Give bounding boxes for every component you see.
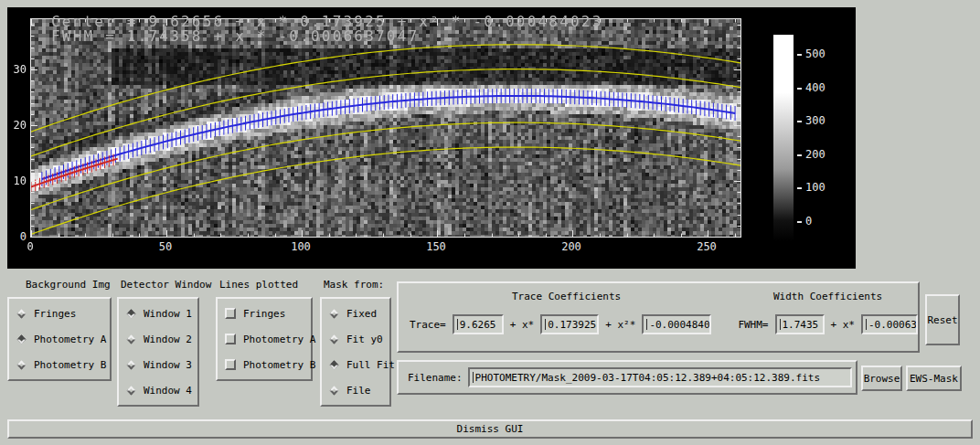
ews-mask-button-label: EWS-Mask bbox=[910, 373, 958, 385]
mask-from-group: Mask from: Fixed Fit y0 Full Fit File bbox=[320, 279, 391, 407]
x-tick-label: 0 bbox=[14, 240, 47, 253]
fwhm-c1-field[interactable]: -0.00063 bbox=[861, 314, 918, 334]
filename-field[interactable]: PHOTOMETRY/Mask_2009-03-17T04:05:12.389+… bbox=[468, 367, 852, 387]
radio-window-2[interactable]: Window 2 bbox=[119, 326, 197, 352]
plus-x-label: + x* bbox=[831, 319, 856, 331]
filename-panel: Filename: PHOTOMETRY/Mask_2009-03-17T04:… bbox=[397, 360, 858, 395]
radio-icon bbox=[127, 360, 136, 369]
radio-mask-file[interactable]: File bbox=[322, 377, 389, 403]
filename-value: PHOTOMETRY/Mask_2009-03-17T04:05:12.389+… bbox=[475, 372, 821, 384]
radio-window-3[interactable]: Window 3 bbox=[119, 352, 197, 377]
x-tick-label: 200 bbox=[555, 240, 588, 253]
trace-coefficients-header: Trace Coefficients bbox=[512, 291, 621, 302]
checkbox-label: Photometry B bbox=[243, 359, 315, 371]
x-tick-label: 50 bbox=[149, 240, 182, 253]
background-img-group: Background Img Fringes Photometry A Phot… bbox=[7, 279, 112, 381]
y-tick-label: 20 bbox=[8, 119, 27, 132]
plot-title-fwhm-equation: FWHM = 1.74358 + x * -0.0006637047 bbox=[51, 27, 419, 45]
spectrum-plot-area: Center = 9.62656 + x * 0.173925 + x² * -… bbox=[7, 7, 856, 269]
radio-label: Fixed bbox=[346, 308, 377, 320]
x-tick-label: 250 bbox=[690, 240, 723, 253]
colorbar-label: 0 bbox=[797, 215, 812, 228]
colorbar-label: 300 bbox=[797, 114, 826, 127]
trace-c2-field[interactable]: -0.0004840 bbox=[642, 314, 711, 334]
plus-x-label: + x* bbox=[510, 319, 535, 331]
radio-icon bbox=[17, 309, 27, 318]
fwhm-c0-field[interactable]: 1.7435 bbox=[775, 314, 825, 334]
plot-axes-frame bbox=[30, 18, 741, 238]
lines-plotted-group: Lines plotted Fringes Photometry A Photo… bbox=[216, 279, 313, 381]
radio-mask-fit-y0[interactable]: Fit y0 bbox=[322, 326, 389, 352]
colorbar bbox=[773, 35, 794, 241]
y-tick-label: 10 bbox=[8, 175, 27, 187]
browse-button-label: Browse bbox=[864, 373, 900, 385]
fwhm-equals-label: FWHM= bbox=[738, 319, 768, 331]
radio-background-fringes[interactable]: Fringes bbox=[9, 301, 110, 326]
checkbox-icon bbox=[225, 308, 236, 319]
radio-icon bbox=[127, 309, 136, 318]
radio-label: Window 1 bbox=[144, 308, 192, 320]
trace-equals-label: Trace= bbox=[410, 319, 446, 331]
colorbar-label: 200 bbox=[797, 148, 826, 161]
width-coefficients-header: Width Coefficients bbox=[773, 291, 882, 302]
coefficients-panel: Trace Coefficients Width Coefficients Tr… bbox=[397, 281, 920, 353]
filename-label: Filename: bbox=[408, 372, 463, 384]
x-tick-label: 100 bbox=[284, 240, 317, 253]
radio-icon bbox=[330, 360, 339, 369]
radio-label: Fringes bbox=[34, 308, 76, 320]
background-img-group-label: Background Img bbox=[26, 279, 112, 291]
mask-from-group-label: Mask from: bbox=[324, 279, 391, 291]
trace-c0-field[interactable]: 9.6265 bbox=[453, 314, 504, 334]
fwhm-c0-value: 1.7435 bbox=[783, 319, 819, 331]
radio-icon bbox=[330, 386, 339, 395]
dismiss-gui-button-label: Dismiss GUI bbox=[457, 423, 524, 435]
radio-icon bbox=[17, 334, 27, 344]
checkbox-icon bbox=[225, 334, 236, 344]
radio-background-photometry-a[interactable]: Photometry A bbox=[9, 326, 110, 352]
radio-label: Window 4 bbox=[144, 385, 192, 397]
y-tick-label: 30 bbox=[8, 63, 27, 76]
detector-window-group: Detector Window Window 1 Window 2 Window… bbox=[117, 279, 199, 407]
fwhm-c1-value: -0.00063 bbox=[868, 319, 917, 331]
trace-c1-value: 0.173925 bbox=[548, 319, 596, 331]
checkbox-label: Fringes bbox=[243, 308, 285, 320]
radio-background-photometry-b[interactable]: Photometry B bbox=[9, 352, 110, 377]
radio-icon bbox=[17, 360, 27, 369]
radio-mask-full-fit[interactable]: Full Fit bbox=[322, 352, 389, 377]
checkbox-icon bbox=[225, 359, 236, 370]
reset-button-label: Reset bbox=[927, 314, 957, 326]
radio-icon bbox=[330, 334, 339, 344]
colorbar-label: 500 bbox=[797, 48, 826, 60]
radio-window-4[interactable]: Window 4 bbox=[119, 377, 197, 403]
radio-label: Photometry B bbox=[34, 359, 106, 371]
radio-label: File bbox=[346, 385, 371, 397]
checkbox-lines-fringes[interactable]: Fringes bbox=[218, 301, 311, 326]
radio-label: Full Fit bbox=[346, 359, 395, 371]
radio-icon bbox=[127, 386, 136, 395]
colorbar-label: 400 bbox=[797, 81, 826, 94]
radio-label: Photometry A bbox=[34, 334, 106, 345]
radio-window-1[interactable]: Window 1 bbox=[119, 301, 197, 326]
mask-gui-window: { "window": { "bg": "#c5c8c2" }, "chart_… bbox=[0, 0, 980, 445]
radio-label: Window 2 bbox=[144, 334, 192, 345]
x-tick-label: 150 bbox=[420, 240, 453, 253]
radio-label: Fit y0 bbox=[346, 334, 383, 345]
radio-label: Window 3 bbox=[144, 359, 192, 371]
reset-button[interactable]: Reset bbox=[925, 294, 960, 345]
checkbox-lines-photometry-a[interactable]: Photometry A bbox=[218, 326, 311, 352]
trace-c2-value: -0.0004840 bbox=[649, 319, 709, 331]
trace-c0-value: 9.6265 bbox=[460, 319, 496, 331]
checkbox-lines-photometry-b[interactable]: Photometry B bbox=[218, 352, 311, 377]
radio-mask-fixed[interactable]: Fixed bbox=[322, 301, 389, 326]
plus-x2-label: + x²* bbox=[605, 319, 635, 331]
browse-button[interactable]: Browse bbox=[861, 366, 902, 391]
radio-icon bbox=[127, 334, 136, 344]
lines-plotted-group-label: Lines plotted bbox=[219, 279, 313, 291]
radio-icon bbox=[330, 309, 339, 318]
spectrum-image-canvas bbox=[31, 19, 740, 237]
ews-mask-button[interactable]: EWS-Mask bbox=[906, 366, 962, 391]
dismiss-gui-button[interactable]: Dismiss GUI bbox=[7, 419, 973, 439]
colorbar-label: 100 bbox=[797, 181, 826, 194]
trace-c1-field[interactable]: 0.173925 bbox=[540, 314, 599, 334]
checkbox-label: Photometry A bbox=[243, 334, 315, 345]
